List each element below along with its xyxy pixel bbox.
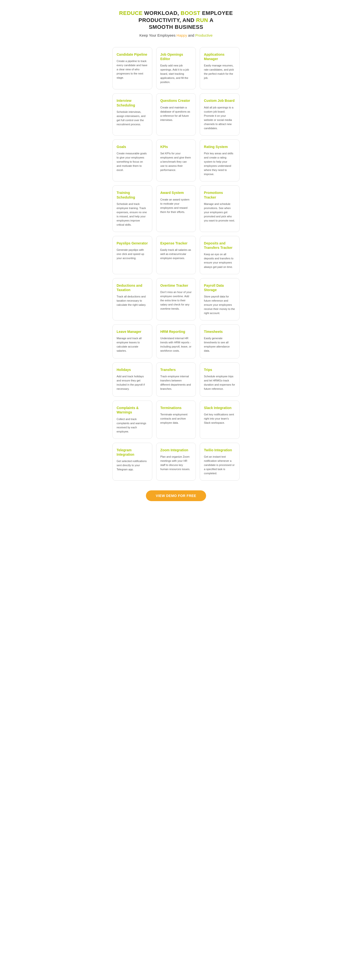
feature-card: Holidays Add and track holidays and ensu… — [112, 363, 152, 396]
card-desc: Schedule interviews, assign interviewers… — [117, 110, 148, 127]
feature-card: Job Openings Editor Easily add new job o… — [156, 47, 196, 90]
card-title: Zoom Integration — [160, 448, 192, 452]
feature-card: Zoom Integration Plan and organize Zoom … — [156, 443, 196, 480]
card-title: Expense Tracker — [160, 241, 192, 245]
card-title: Candidate Pipeline — [117, 52, 148, 57]
card-desc: Manage and track all employee leaves to … — [117, 336, 148, 353]
card-desc: Create measurable goals to give your emp… — [117, 151, 148, 172]
card-desc: Create and maintain a database of questi… — [160, 105, 192, 122]
card-desc: Create an award system to motivate your … — [160, 197, 192, 214]
feature-card: Payroll Data Storage Store payroll data … — [200, 278, 240, 321]
card-title: Timesheets — [204, 329, 235, 334]
card-desc: Set KPIs for your employees and give the… — [160, 151, 192, 172]
card-title: Questions Creator — [160, 99, 192, 103]
feature-card: Interview Scheduling Schedule interviews… — [112, 93, 152, 135]
feature-card: Payslips Generator Generate payslips wit… — [112, 236, 152, 274]
card-title: Training Scheduling — [117, 191, 148, 199]
feature-card: Telegram Integration Get selected notifi… — [112, 443, 152, 480]
feature-card: Timesheets Easily generate timesheets to… — [200, 324, 240, 358]
heading-reduce: REDUCE — [119, 10, 142, 16]
feature-card: HRM Reporting Understand internal HR tre… — [156, 324, 196, 358]
feature-card: Rating System Pick key areas and skills … — [200, 140, 240, 181]
card-title: Terminations — [160, 406, 192, 410]
card-desc: Track all deductions and taxation necess… — [117, 294, 148, 307]
card-title: Deductions and Taxation — [117, 283, 148, 292]
card-desc: Easily manage resumes, rate candidates, … — [204, 64, 235, 80]
card-title: Interview Scheduling — [117, 99, 148, 107]
card-title: Trips — [204, 368, 235, 372]
card-title: Slack Integration — [204, 406, 235, 410]
card-title: Holidays — [117, 368, 148, 372]
heading-run: RUN — [196, 17, 208, 23]
card-title: HRM Reporting — [160, 329, 192, 334]
card-desc: Terminate employment contracts and archi… — [160, 412, 192, 425]
feature-card: Candidate Pipeline Create a pipeline to … — [112, 47, 152, 90]
card-title: Rating System — [204, 145, 235, 149]
card-desc: Create a pipeline to track every candida… — [117, 59, 148, 80]
card-title: Payroll Data Storage — [204, 283, 235, 292]
card-desc: Add and track holidays and ensure they g… — [117, 374, 148, 391]
card-title: Leave Manager — [117, 329, 148, 334]
card-desc: Schedule employee trips and let HRMGo tr… — [204, 374, 235, 391]
card-desc: Easily generate timesheets to see all em… — [204, 336, 235, 353]
feature-card: Slack Integration Get key notifications … — [200, 401, 240, 439]
heading-boost: BOOST — [181, 10, 200, 16]
feature-card: KPIs Set KPIs for your employees and giv… — [156, 140, 196, 181]
card-title: Telegram Integration — [117, 448, 148, 457]
card-desc: Get selected notifications sent directly… — [117, 459, 148, 472]
features-grid: Candidate Pipeline Create a pipeline to … — [112, 47, 240, 480]
feature-card: Applications Manager Easily manage resum… — [200, 47, 240, 90]
feature-card: Expense Tracker Easily track all salarie… — [156, 236, 196, 274]
feature-card: Twilio Integration Get an instant text n… — [200, 443, 240, 480]
card-desc: Pick key areas and skills and create a r… — [204, 151, 235, 176]
card-desc: Generate payslips with one click and spe… — [117, 248, 148, 260]
card-title: KPIs — [160, 145, 192, 149]
card-title: Complaints & Warnings — [117, 406, 148, 414]
feature-card: Award System Create an award system to m… — [156, 185, 196, 232]
card-title: Transfers — [160, 368, 192, 372]
card-title: Job Openings Editor — [160, 52, 192, 61]
card-desc: Easily add new job openings. Add it to a… — [160, 64, 192, 84]
feature-card: Goals Create measurable goals to give yo… — [112, 140, 152, 181]
feature-card: Training Scheduling Schedule and track e… — [112, 185, 152, 232]
feature-card: Complaints & Warnings Collect and track … — [112, 401, 152, 439]
card-title: Applications Manager — [204, 52, 235, 61]
card-desc: Get an instant text notification wheneve… — [204, 455, 235, 476]
card-title: Goals — [117, 145, 148, 149]
cta-button[interactable]: VIEW DEMO FOR FREE — [146, 490, 206, 501]
card-title: Promotions Tracker — [204, 191, 235, 199]
feature-card: Questions Creator Create and maintain a … — [156, 93, 196, 135]
card-desc: Add all job openings to a custom job boa… — [204, 105, 235, 130]
card-title: Award System — [160, 191, 192, 195]
card-title: Payslips Generator — [117, 241, 148, 245]
card-desc: Schedule and track employee training. Tr… — [117, 202, 148, 227]
subtitle: Keep Your Employees Happy and Productive — [112, 33, 240, 37]
card-desc: Understand internal HR trends with HRM r… — [160, 336, 192, 353]
feature-card: Deposits and Transfers Tracker Keep an e… — [200, 236, 240, 274]
card-title: Custom Job Board — [204, 99, 235, 103]
feature-card: Trips Schedule employee trips and let HR… — [200, 363, 240, 396]
card-desc: Track employee internal transfers betwee… — [160, 374, 192, 391]
feature-card: Custom Job Board Add all job openings to… — [200, 93, 240, 135]
feature-card: Deductions and Taxation Track all deduct… — [112, 278, 152, 321]
page-header: REDUCE WORKLOAD, BOOST EMPLOYEE PRODUCTI… — [112, 10, 240, 37]
cta-section: VIEW DEMO FOR FREE — [112, 490, 240, 501]
card-title: Deposits and Transfers Tracker — [204, 241, 235, 250]
card-desc: Keep an eye on all deposits and transfer… — [204, 252, 235, 269]
card-desc: Don't miss an hour of your employee over… — [160, 290, 192, 311]
card-desc: Get key notifications sent right into yo… — [204, 412, 235, 425]
card-title: Overtime Tracker — [160, 283, 192, 288]
main-heading: REDUCE WORKLOAD, BOOST EMPLOYEE PRODUCTI… — [112, 10, 240, 31]
card-desc: Easily track all salaries as well as ext… — [160, 248, 192, 260]
card-desc: Plan and organize Zoom meetings with you… — [160, 455, 192, 471]
card-desc: Store payroll data for future reference … — [204, 294, 235, 315]
feature-card: Overtime Tracker Don't miss an hour of y… — [156, 278, 196, 321]
card-title: Twilio Integration — [204, 448, 235, 452]
feature-card: Leave Manager Manage and track all emplo… — [112, 324, 152, 358]
card-desc: Collect and track complaints and warning… — [117, 417, 148, 434]
feature-card: Transfers Track employee internal transf… — [156, 363, 196, 396]
feature-card: Terminations Terminate employment contra… — [156, 401, 196, 439]
card-desc: Manage and schedule promotions. See when… — [204, 202, 235, 223]
feature-card: Promotions Tracker Manage and schedule p… — [200, 185, 240, 232]
